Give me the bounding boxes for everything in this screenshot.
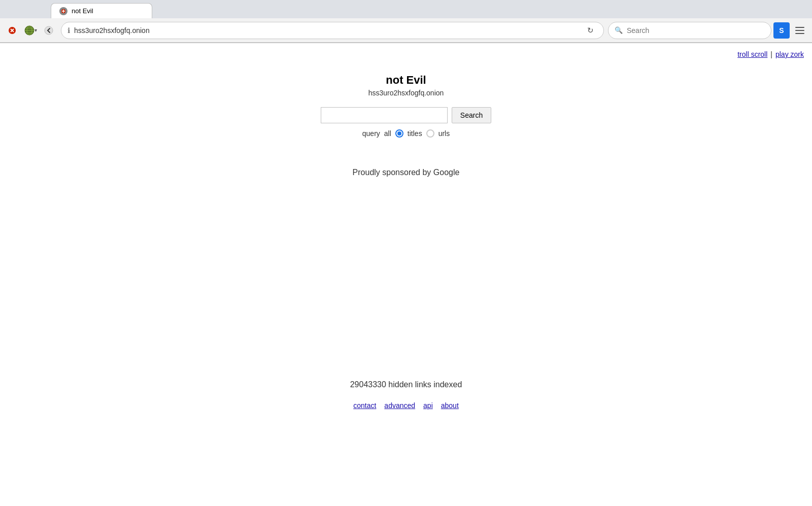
menu-line-1 bbox=[795, 27, 804, 28]
titles-radio-label[interactable] bbox=[395, 129, 403, 138]
browser-search-bar[interactable]: 🔍 bbox=[608, 22, 771, 39]
active-tab[interactable]: not Evil bbox=[51, 3, 152, 18]
search-icon: 🔍 bbox=[615, 26, 623, 34]
menu-line-3 bbox=[795, 33, 804, 34]
browser-chrome: not Evil ▾ bbox=[0, 0, 812, 43]
browser-search-input[interactable] bbox=[627, 26, 743, 35]
menu-button[interactable] bbox=[792, 22, 808, 39]
info-icon: ℹ bbox=[67, 26, 70, 35]
troll-scroll-link[interactable]: troll scroll bbox=[737, 50, 767, 58]
titles-radio-circle[interactable] bbox=[395, 129, 403, 138]
footer-links: contact advanced api about bbox=[353, 401, 459, 410]
search-form: Search bbox=[321, 107, 491, 123]
titles-label: titles bbox=[408, 129, 422, 138]
advanced-link[interactable]: advanced bbox=[384, 401, 415, 410]
tab-title: not Evil bbox=[72, 7, 93, 15]
tab-favicon bbox=[59, 7, 67, 15]
tab-bar: not Evil bbox=[0, 0, 812, 18]
toolbar: ▾ ℹ hss3uro2hsxfogfq.onion ↻ 🔍 S bbox=[0, 18, 812, 43]
stop-button[interactable] bbox=[4, 22, 20, 39]
back-button[interactable] bbox=[41, 22, 57, 39]
menu-line-2 bbox=[795, 30, 804, 31]
main-search-input[interactable] bbox=[321, 107, 448, 123]
site-title: not Evil bbox=[386, 74, 426, 87]
address-bar[interactable]: ℹ hss3uro2hsxfogfq.onion ↻ bbox=[61, 22, 604, 39]
urls-radio-circle[interactable] bbox=[426, 129, 434, 138]
titles-radio-dot bbox=[397, 131, 401, 136]
reload-button[interactable]: ↻ bbox=[583, 23, 597, 38]
sponsor-text: Proudly sponsored by Google bbox=[353, 168, 460, 177]
about-link[interactable]: about bbox=[441, 401, 459, 410]
search-button[interactable]: Search bbox=[452, 107, 491, 123]
search-options-row: query all titles urls bbox=[362, 129, 450, 138]
address-text: hss3uro2hsxfogfq.onion bbox=[74, 26, 579, 35]
link-separator: | bbox=[770, 50, 772, 58]
extensions-button[interactable]: ▾ bbox=[22, 22, 39, 39]
profile-button[interactable]: S bbox=[773, 22, 790, 39]
all-label: all bbox=[384, 129, 391, 138]
site-domain: hss3uro2hsxfogfq.onion bbox=[368, 89, 444, 97]
api-link[interactable]: api bbox=[423, 401, 433, 410]
urls-label: urls bbox=[438, 129, 450, 138]
play-zork-link[interactable]: play zork bbox=[775, 50, 804, 58]
page-content: troll scroll | play zork not Evil hss3ur… bbox=[0, 43, 812, 506]
svg-point-9 bbox=[45, 26, 53, 35]
top-right-links: troll scroll | play zork bbox=[737, 50, 804, 58]
stats-text: 29043330 hidden links indexed bbox=[350, 380, 462, 389]
contact-link[interactable]: contact bbox=[353, 401, 376, 410]
center-content: not Evil hss3uro2hsxfogfq.onion Search q… bbox=[0, 43, 812, 410]
urls-radio-label[interactable] bbox=[426, 129, 434, 138]
query-label: query bbox=[362, 129, 380, 138]
